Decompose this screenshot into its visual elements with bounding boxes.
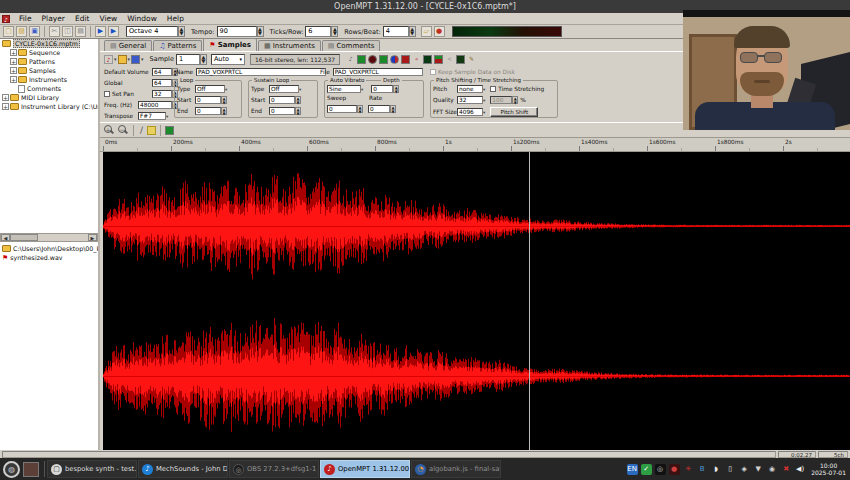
- save-file-icon[interactable]: ▣: [29, 26, 40, 37]
- vibrato-sweep-field[interactable]: 0: [327, 105, 357, 113]
- bluetooth-icon[interactable]: B: [697, 464, 708, 475]
- tree-horizontal-scrollbar[interactable]: ◀ ▶: [0, 233, 98, 242]
- timeline-ruler[interactable]: 0ms200ms400ms600ms800ms1s1s200ms1s400ms1…: [100, 137, 850, 152]
- sample-name-field[interactable]: PAD_VOXPRTCL: [196, 68, 326, 76]
- vibrato-depth-field[interactable]: 0: [371, 85, 393, 93]
- tab-samples[interactable]: ⚑ Samples: [203, 38, 257, 51]
- pitch-combo[interactable]: none: [457, 85, 483, 93]
- loop-type-combo[interactable]: Off: [195, 85, 225, 93]
- sustain-type-combo[interactable]: Off: [269, 85, 299, 93]
- start-menu-button[interactable]: ◍: [3, 461, 20, 478]
- stretch-percent-spinner[interactable]: ▲▼: [512, 96, 518, 104]
- scroll-left-arrow[interactable]: ◀: [1, 234, 10, 241]
- generate-icon[interactable]: [147, 126, 156, 135]
- media-tray-icon[interactable]: ✳: [683, 464, 694, 475]
- vibrato-rate-field[interactable]: 0: [368, 105, 390, 113]
- tree-item-patterns[interactable]: + Patterns: [0, 57, 98, 66]
- keyboard-layout-icon[interactable]: EN: [627, 464, 638, 475]
- expand-icon[interactable]: +: [2, 94, 9, 101]
- default-volume-field[interactable]: 64: [152, 68, 172, 76]
- octave-combo[interactable]: Octave 4: [126, 26, 178, 37]
- updates-ok-icon[interactable]: ✓: [641, 464, 652, 475]
- paste-icon[interactable]: ▤: [75, 26, 86, 37]
- pan-field[interactable]: 32: [152, 90, 172, 98]
- mic-muted-icon[interactable]: ✖: [781, 464, 792, 475]
- task-algobank[interactable]: ◔ algobank.js - final-sam...: [411, 460, 501, 478]
- rows-field[interactable]: 4: [383, 26, 409, 37]
- menu-file[interactable]: File: [14, 13, 37, 24]
- draw-sample-icon[interactable]: ✎: [467, 55, 476, 64]
- zoom-in-icon[interactable]: +: [104, 125, 114, 135]
- silence-icon[interactable]: [423, 55, 432, 64]
- loop-start-spinner[interactable]: ▲▼: [221, 96, 227, 104]
- sample-mode-combo[interactable]: Auto ▾: [211, 54, 245, 65]
- menu-view[interactable]: View: [94, 13, 122, 24]
- quality-field[interactable]: 32: [457, 96, 483, 104]
- vibrato-type-combo[interactable]: Sine: [327, 85, 361, 93]
- sample-file-field[interactable]: PAD_VOXPRTCL: [333, 68, 423, 76]
- scrollbar-thumb[interactable]: [10, 234, 38, 241]
- ticks-spinner[interactable]: ▲▼: [331, 26, 338, 37]
- keep-on-disk-checkbox[interactable]: [430, 69, 436, 75]
- amplify-icon[interactable]: [368, 55, 377, 64]
- tree-item-instruments[interactable]: + Instruments: [0, 75, 98, 84]
- pattern-new-icon[interactable]: ▱: [421, 26, 432, 37]
- sustain-start-field[interactable]: 0: [269, 96, 295, 104]
- tree-item-sequence[interactable]: + Sequence: [0, 48, 98, 57]
- expand-icon[interactable]: +: [10, 76, 17, 83]
- fft-size-combo[interactable]: 4096: [457, 108, 483, 116]
- expand-icon[interactable]: +: [10, 49, 17, 56]
- grid-icon[interactable]: [165, 126, 174, 135]
- reverse-icon[interactable]: «: [412, 55, 421, 64]
- show-desktop-button[interactable]: [23, 462, 39, 477]
- sustain-end-field[interactable]: 0: [269, 107, 295, 115]
- zoom-out-icon[interactable]: −: [118, 125, 128, 135]
- global-volume-field[interactable]: 64: [152, 79, 172, 87]
- tempo-field[interactable]: 90: [217, 26, 257, 37]
- rows-spinner[interactable]: ▲▼: [409, 26, 416, 37]
- menu-player[interactable]: Player: [37, 13, 70, 24]
- invert-icon[interactable]: [434, 55, 443, 64]
- tree-item-comments[interactable]: Comments: [0, 84, 98, 93]
- tree-item-instrument-library[interactable]: + Instrument Library (C:\Users\John\Desk: [0, 102, 98, 111]
- sustain-end-spinner[interactable]: ▲▼: [295, 107, 301, 115]
- vibrato-depth-spinner[interactable]: ▲▼: [393, 85, 399, 93]
- task-mechsounds[interactable]: ♪ MechSounds - John De...: [138, 460, 228, 478]
- file-item-wav[interactable]: ⚑ synthesized.wav: [0, 253, 98, 262]
- recorder-icon[interactable]: ●: [669, 464, 680, 475]
- vibrato-sweep-spinner[interactable]: ▲▼: [357, 105, 363, 113]
- task-openmpt[interactable]: ♪ OpenMPT 1.31.12.00 - [...: [320, 460, 410, 478]
- loop-end-field[interactable]: 0: [195, 107, 221, 115]
- dc-offset-icon[interactable]: [379, 55, 388, 64]
- expand-icon[interactable]: +: [10, 67, 17, 74]
- tab-general[interactable]: ▤ General: [104, 40, 152, 51]
- tempo-spinner[interactable]: ▲▼: [257, 26, 264, 37]
- expand-icon[interactable]: +: [2, 103, 9, 110]
- clipboard-icon[interactable]: ▯: [725, 464, 736, 475]
- cut-icon[interactable]: ✂: [49, 26, 60, 37]
- octave-spinner[interactable]: ▲▼: [178, 26, 185, 37]
- open-sample-icon[interactable]: [118, 55, 127, 64]
- sustain-start-spinner[interactable]: ▲▼: [295, 96, 301, 104]
- menu-window[interactable]: Window: [122, 13, 162, 24]
- task-obs[interactable]: ◎ OBS 27.2.3+dfsg1-1 (li...: [229, 460, 319, 478]
- task-bespoke-synth[interactable]: ▢ bespoke synth - test.bsk: [47, 460, 137, 478]
- tree-item-samples[interactable]: + Samples: [0, 66, 98, 75]
- resample-icon[interactable]: [401, 55, 410, 64]
- vibrato-rate-spinner[interactable]: ▲▼: [390, 105, 396, 113]
- play-sample-icon[interactable]: ♪: [346, 55, 355, 64]
- menu-edit[interactable]: Edit: [70, 13, 95, 24]
- play-icon[interactable]: ▶: [95, 26, 106, 37]
- save-sample-icon[interactable]: [131, 55, 140, 64]
- loop-start-field[interactable]: 0: [195, 96, 221, 104]
- tab-comments[interactable]: ▤ Comments: [322, 40, 381, 51]
- draw-tool-icon[interactable]: ∕: [140, 125, 143, 135]
- expand-icon[interactable]: +: [10, 58, 17, 65]
- tree-root[interactable]: CYCLE-0x1C6.mptm: [0, 39, 98, 48]
- volume-icon[interactable]: ◀): [795, 464, 806, 475]
- power-icon[interactable]: ◉: [767, 464, 778, 475]
- record-icon[interactable]: ●: [434, 26, 445, 37]
- scroll-right-arrow[interactable]: ▶: [88, 234, 97, 241]
- frequency-field[interactable]: 48000: [138, 101, 172, 109]
- notifications-bell-icon[interactable]: ◗: [711, 464, 722, 475]
